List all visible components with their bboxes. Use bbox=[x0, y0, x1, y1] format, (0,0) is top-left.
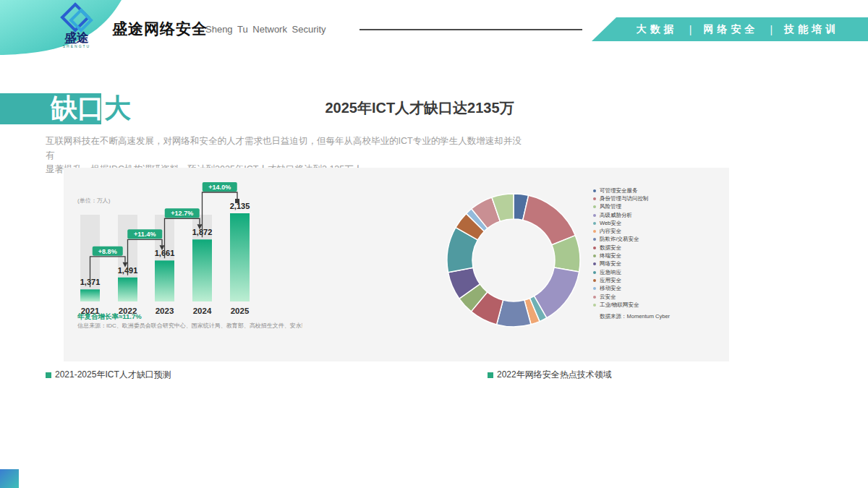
caption-bullet-icon bbox=[46, 372, 51, 378]
square-marker-icon bbox=[235, 199, 239, 203]
legend-label: 移动安全 bbox=[600, 285, 621, 292]
bar-2023 bbox=[155, 260, 174, 301]
caption-donut-chart: 2022年网络安全热点技术领域 bbox=[488, 369, 612, 381]
legend-label: 终端安全 bbox=[600, 252, 621, 260]
nav-separator: | bbox=[689, 24, 692, 35]
slide: 盛途 SHENGTU 盛途网络安全 Sheng Tu Network Secur… bbox=[0, 0, 868, 488]
growth-badge-label: +14.0% bbox=[208, 184, 231, 191]
legend-item: 风险管理 bbox=[593, 203, 728, 211]
legend-item: 可管理安全服务 bbox=[593, 187, 728, 194]
legend-label: 身份管理与访问控制 bbox=[600, 195, 649, 202]
legend-item: 工业/物联网安全 bbox=[593, 301, 728, 309]
legend-dot-icon bbox=[593, 222, 596, 225]
top-nav-banner: 大数据 | 网络安全 | 技能培训 bbox=[592, 17, 868, 41]
legend-dot-icon bbox=[593, 271, 596, 274]
legend-dot-icon bbox=[593, 262, 596, 265]
logo: 盛途 SHENGTU bbox=[0, 0, 122, 56]
legend-dot-icon bbox=[593, 205, 596, 208]
legend-label: 可管理安全服务 bbox=[600, 187, 638, 194]
legend-item: 云安全 bbox=[593, 293, 728, 301]
donut-segment bbox=[523, 195, 576, 244]
nav-separator: | bbox=[770, 24, 773, 35]
legend-dot-icon bbox=[593, 304, 596, 307]
intro-line-1: 互联网科技在不断高速发展，对网络和安全的人才需求也日益迫切，但每年从高校毕业的I… bbox=[46, 134, 527, 163]
caption-bullet-icon bbox=[488, 372, 493, 378]
legend-dot-icon bbox=[593, 230, 596, 233]
bar-2021 bbox=[80, 289, 100, 301]
legend-item: 应用安全 bbox=[593, 276, 728, 284]
growth-badge-label: +8.8% bbox=[98, 248, 117, 255]
section-title: 缺口大 bbox=[51, 93, 131, 124]
logo-blob-shape bbox=[0, 0, 122, 55]
company-name-en: Sheng Tu Network Security bbox=[205, 24, 326, 35]
legend-item: 网络安全 bbox=[593, 260, 728, 268]
donut-legend: 可管理安全服务身份管理与访问控制风险管理高级威胁分析Web安全内容安全防欺诈/交… bbox=[593, 187, 728, 320]
bar-category-label: 2025 bbox=[231, 307, 250, 315]
legend-dot-icon bbox=[593, 238, 596, 241]
legend-label: Web安全 bbox=[600, 220, 621, 227]
legend-dot-icon bbox=[593, 296, 596, 299]
section-title-main: 缺口 bbox=[51, 93, 104, 123]
bar-2022 bbox=[118, 278, 137, 301]
legend-dot-icon bbox=[593, 287, 596, 290]
legend-label: 数据安全 bbox=[600, 244, 621, 252]
legend-item: 应急响应 bbox=[593, 268, 728, 276]
nav-item-bigdata: 大数据 bbox=[637, 23, 678, 36]
legend-dot-icon bbox=[593, 247, 596, 249]
legend-item: 高级威胁分析 bbox=[593, 211, 728, 219]
legend-label: 网络安全 bbox=[600, 260, 621, 267]
caption-donut-chart-label: 2022年网络安全热点技术领域 bbox=[497, 369, 612, 381]
legend-label: 风险管理 bbox=[600, 203, 621, 210]
company-name-cn: 盛途网络安全 bbox=[112, 19, 208, 39]
growth-badge-label: +11.4% bbox=[134, 231, 156, 238]
legend-label: 工业/物联网安全 bbox=[600, 301, 639, 309]
legend-item: 移动安全 bbox=[593, 285, 728, 293]
bar-chart-source: 信息来源：IDC、欧洲委员会联合研究中心、国家统计局、教育部、高校招生文件、安永… bbox=[77, 322, 302, 329]
growth-badge-label: +12.7% bbox=[171, 210, 193, 217]
caption-bar-chart: 2021-2025年ICT人才缺口预测 bbox=[46, 369, 171, 381]
legend-label: 云安全 bbox=[600, 294, 616, 301]
legend-item: 数据安全 bbox=[593, 244, 728, 252]
cagr-label: 年复合增长率≈11.7% bbox=[77, 312, 142, 320]
logo-brand-text: 盛途 bbox=[64, 31, 89, 45]
legend-dot-icon bbox=[593, 197, 596, 200]
bar-value-label: 2,135 bbox=[230, 202, 250, 210]
legend-dot-icon bbox=[593, 279, 596, 282]
unit-label: (单位：万人) bbox=[77, 197, 111, 204]
legend-item: 身份管理与访问控制 bbox=[593, 194, 728, 202]
legend-label: 应用安全 bbox=[600, 277, 621, 284]
legend-dot-icon bbox=[593, 214, 596, 217]
page-title: 2025年ICT人才缺口达2135万 bbox=[188, 98, 651, 118]
legend-label: 高级威胁分析 bbox=[600, 212, 632, 219]
bar-category-label: 2023 bbox=[156, 307, 174, 315]
nav-item-security: 网络安全 bbox=[704, 23, 759, 36]
donut-source: 数据来源：Momentum Cyber bbox=[593, 313, 728, 320]
header-divider-line bbox=[359, 29, 582, 30]
logo-sub-text: SHENGTU bbox=[63, 44, 90, 48]
legend-item: 防欺诈/交易安全 bbox=[593, 236, 728, 244]
legend-item: 终端安全 bbox=[593, 252, 728, 260]
bar-chart: (单位：万人)1,37120211,49120221,66120231,8722… bbox=[64, 168, 302, 361]
bar-category-label: 2024 bbox=[193, 307, 212, 315]
corner-decoration bbox=[0, 469, 19, 488]
donut-legend-rows: 可管理安全服务身份管理与访问控制风险管理高级威胁分析Web安全内容安全防欺诈/交… bbox=[593, 187, 728, 309]
caption-bar-chart-label: 2021-2025年ICT人才缺口预测 bbox=[55, 369, 171, 381]
section-title-tail: 大 bbox=[104, 93, 131, 123]
legend-item: 内容安全 bbox=[593, 227, 728, 235]
bar-2025 bbox=[230, 213, 250, 301]
legend-item: Web安全 bbox=[593, 219, 728, 227]
bar-2024 bbox=[192, 239, 212, 301]
nav-item-training: 技能培训 bbox=[784, 23, 839, 36]
donut-chart bbox=[441, 189, 586, 334]
legend-dot-icon bbox=[593, 254, 596, 257]
legend-label: 防欺诈/交易安全 bbox=[600, 236, 639, 243]
legend-dot-icon bbox=[593, 189, 596, 192]
legend-label: 应急响应 bbox=[600, 269, 621, 276]
legend-label: 内容安全 bbox=[600, 228, 621, 235]
